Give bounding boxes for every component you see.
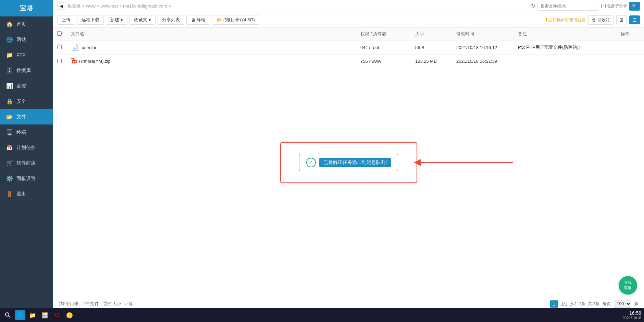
- row-checkbox[interactable]: [57, 45, 62, 49]
- sidebar-item-database[interactable]: 🗄️ 数据库: [0, 63, 53, 78]
- file-name[interactable]: Hrmora(YM).zip: [79, 59, 111, 64]
- sidebar-item-label: 面板设置: [16, 176, 36, 182]
- sidebar-item-home[interactable]: 🏠 首页: [0, 16, 53, 32]
- header-permission: 权限 / 所有者: [356, 28, 411, 40]
- row-note: [514, 55, 617, 68]
- footer-summary: 共0个目录，2个文件，文件大小: [59, 301, 121, 307]
- red-arrow: [414, 152, 520, 173]
- sidebar-item-ftp[interactable]: 📁 FTP: [0, 47, 53, 63]
- sidebar-item-label: 数据库: [16, 68, 31, 74]
- file-table: 文件名 权限 / 所有者 大小 修改时间 备注 操作 📄 .: [53, 28, 644, 68]
- path-nav: 根目录 > www > wwwroot > ma16creditgratuit.…: [67, 3, 529, 9]
- sidebar-item-label: 监控: [16, 83, 26, 89]
- new-button-arrow: ▾: [121, 17, 123, 23]
- upload-button[interactable]: 上传: [57, 15, 75, 25]
- row-name-cell: 📄 .user.ini: [67, 40, 356, 55]
- row-note: PS: PHP用户配置文件(防跨站)!: [514, 40, 617, 55]
- header-size: 大小: [411, 28, 452, 40]
- sidebar-item-logout[interactable]: 🚪 退出: [0, 186, 53, 202]
- sidebar-item-monitor[interactable]: 📊 监控: [0, 78, 53, 94]
- file-table-container: 文件名 权限 / 所有者 大小 修改时间 备注 操作 📄 .: [53, 28, 644, 297]
- sidebar-item-security[interactable]: 🔒 安全: [0, 94, 53, 109]
- taskbar-browser-icon[interactable]: 🌐: [15, 310, 25, 320]
- share-list-button[interactable]: 分享列表: [158, 15, 184, 25]
- row-permission: 644 / root: [356, 40, 411, 55]
- header-action: 操作: [617, 28, 644, 40]
- view-list-button[interactable]: ☰: [629, 15, 640, 24]
- remote-download-button[interactable]: 远程下载: [77, 15, 104, 25]
- sidebar-item-label: 文件: [16, 114, 26, 120]
- toolbar-right: ℹ 文件操作可使用右键 🗑 回收站 ⊞ ☰: [546, 15, 640, 25]
- database-icon: 🗄️: [6, 67, 13, 74]
- taskbar-app-icon[interactable]: 🪟: [40, 310, 50, 320]
- online-chat-line2: 客服: [624, 285, 632, 290]
- sidebar-item-label: 网站: [16, 37, 26, 43]
- favorites-button-label: 收藏夹: [134, 17, 147, 23]
- back-button[interactable]: ◀: [57, 2, 65, 10]
- sidebar-item-tasks[interactable]: 📅 计划任务: [0, 140, 53, 155]
- favorites-button[interactable]: 收藏夹 ▾: [129, 15, 156, 25]
- new-button[interactable]: 新建 ▾: [106, 15, 127, 25]
- view-grid-button[interactable]: ⊞: [616, 15, 627, 24]
- per-page-select[interactable]: 100 50 200: [614, 300, 631, 308]
- taskbar-opera-icon[interactable]: O: [52, 310, 62, 320]
- clock-date: 2021/10/18: [622, 316, 641, 320]
- table-row: 📄 .user.ini 644 / root 56 B 2021/10/18 1…: [53, 40, 644, 55]
- refresh-icon[interactable]: ↻: [531, 3, 535, 9]
- main-content: ◀ 根目录 > www > wwwroot > ma16creditgratui…: [53, 0, 644, 322]
- new-button-label: 新建: [110, 17, 119, 23]
- row-modified: 2021/10/18 16:21:39: [452, 55, 514, 68]
- sidebar-item-settings[interactable]: ⚙️ 面板设置: [0, 171, 53, 186]
- root-dir-button[interactable]: 📂 /(根目录) (4.5G): [212, 15, 259, 25]
- footer-calculate[interactable]: 计算: [124, 301, 133, 307]
- toolbar: 上传 远程下载 新建 ▾ 收藏夹 ▾ 分享列表 🖥 终端 📂 /(根目录) (4…: [53, 12, 644, 28]
- row-checkbox[interactable]: [57, 59, 62, 63]
- files-icon: 📂: [6, 114, 13, 120]
- sidebar-item-files[interactable]: 📂 文件: [0, 109, 53, 124]
- online-chat-button[interactable]: 在线 客服: [619, 276, 637, 295]
- search-subdirs-checkbox[interactable]: [601, 4, 606, 8]
- recycle-button[interactable]: 🗑 回收站: [588, 15, 614, 25]
- path-text: 根目录 > www > wwwroot > ma16creditgratuit.…: [67, 3, 171, 9]
- root-dir-label: /(根目录) (4.5G): [223, 17, 255, 23]
- footer-right: 1 1/1 从1-2条 共2条 每页 100 50 200 条: [550, 300, 639, 308]
- row-action-cell: [617, 55, 644, 68]
- sidebar-logo: 宝塔: [0, 0, 53, 16]
- search-input[interactable]: [537, 2, 599, 11]
- svg-point-2: [5, 313, 9, 316]
- recycle-icon: 🗑: [592, 17, 596, 22]
- total-pages: 1/1: [561, 301, 567, 307]
- sidebar-item-softstore[interactable]: 🛒 软件商店: [0, 155, 53, 171]
- table-row: 🗜 Hrmora(YM).zip 755 / www 123.25 MB 202…: [53, 55, 644, 68]
- tasks-icon: 📅: [6, 144, 13, 151]
- taskbar-clock: 16:58 2021/10/18: [622, 310, 641, 320]
- sidebar: 宝塔 🏠 首页 🌐 网站 📁 FTP 🗄️ 数据库 📊 监控 🔒 安全 📂 文件…: [0, 0, 53, 322]
- taskbar-folder-icon[interactable]: 📁: [27, 310, 38, 320]
- sidebar-item-label: FTP: [16, 52, 25, 58]
- security-icon: 🔒: [6, 98, 13, 105]
- search-checkbox-label: 包含子目录: [601, 3, 627, 9]
- header-note: 备注: [514, 28, 617, 40]
- file-name[interactable]: .user.ini: [80, 45, 96, 50]
- row-size: 56 B: [411, 40, 452, 55]
- taskbar-chrome-icon[interactable]: 🟡: [64, 310, 75, 320]
- search-button[interactable]: 🔍: [629, 2, 640, 11]
- per-page-label: 每页: [602, 301, 611, 307]
- sidebar-item-terminal[interactable]: 🖥️ 终端: [0, 124, 53, 140]
- taskbar: 🌐 📁 🪟 O 🟡 16:58 2021/10/18: [0, 308, 644, 322]
- page-button[interactable]: 1: [550, 300, 558, 308]
- terminal-icon: 🖥️: [6, 129, 13, 135]
- sidebar-item-website[interactable]: 🌐 网站: [0, 32, 53, 47]
- notification-box: ✓ 已将解压任务添加到消息队列!: [280, 142, 417, 183]
- terminal-button[interactable]: 🖥 终端: [186, 15, 210, 25]
- home-icon: 🏠: [6, 21, 13, 27]
- online-chat-line1: 在线: [624, 280, 632, 285]
- website-icon: 🌐: [6, 36, 13, 43]
- total: 共2条: [588, 301, 599, 307]
- svg-line-3: [9, 316, 10, 318]
- file-op-hint: ℹ 文件操作可使用右键: [546, 17, 585, 23]
- row-action-cell: [617, 40, 644, 55]
- taskbar-search-button[interactable]: [3, 310, 13, 320]
- row-checkbox-cell: [53, 40, 67, 55]
- select-all-checkbox[interactable]: [57, 31, 62, 36]
